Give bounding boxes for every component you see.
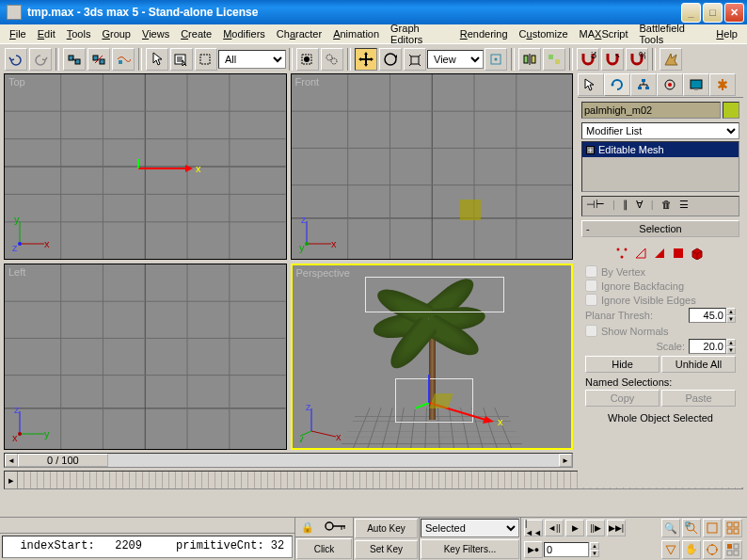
- maximize-button[interactable]: □: [703, 3, 723, 23]
- menu-modifiers[interactable]: Modifiers: [217, 26, 271, 41]
- zoom-extents-all-icon[interactable]: [723, 519, 742, 537]
- menu-help[interactable]: Help: [710, 26, 743, 41]
- mirror-button[interactable]: [518, 48, 541, 71]
- menu-customize[interactable]: Customize: [514, 26, 574, 41]
- spinner-down-icon[interactable]: ▼: [590, 550, 599, 557]
- create-tab[interactable]: [578, 73, 604, 96]
- make-unique-icon[interactable]: ∀: [636, 199, 644, 214]
- render-button[interactable]: [660, 48, 682, 71]
- paste-button[interactable]: Paste: [661, 390, 736, 407]
- trackbar-toggle-icon[interactable]: ▸: [5, 472, 18, 488]
- spinner-up-icon[interactable]: ▲: [726, 339, 736, 346]
- bind-spacewarp-button[interactable]: [112, 48, 135, 71]
- play-button[interactable]: ▶: [565, 520, 584, 536]
- viewport-top[interactable]: Top x xyz: [4, 73, 287, 260]
- menu-group[interactable]: Group: [96, 26, 136, 41]
- autokey-button[interactable]: Auto Key: [355, 519, 418, 538]
- menu-edit[interactable]: Edit: [32, 26, 61, 41]
- align-button[interactable]: [543, 48, 565, 71]
- expand-icon[interactable]: +: [586, 146, 595, 154]
- zoom-extents-icon[interactable]: [703, 519, 722, 537]
- scale-button[interactable]: [404, 48, 426, 71]
- key-filter-dropdown[interactable]: Selected: [421, 519, 519, 537]
- undo-button[interactable]: [5, 48, 27, 71]
- vertex-subobj-icon[interactable]: [615, 247, 628, 260]
- goto-end-button[interactable]: ▶▶|: [607, 520, 626, 536]
- by-vertex-checkbox[interactable]: [585, 265, 597, 278]
- menu-animation[interactable]: Animation: [327, 26, 385, 41]
- select-button[interactable]: [146, 48, 168, 71]
- pivot-center-button[interactable]: [485, 48, 507, 71]
- motion-tab[interactable]: [657, 73, 683, 96]
- ignore-backfacing-checkbox[interactable]: [585, 280, 597, 292]
- time-slider-thumb[interactable]: 0 / 100: [18, 454, 108, 467]
- unhide-all-button[interactable]: Unhide All: [661, 356, 736, 373]
- percent-snap-button[interactable]: %: [626, 48, 648, 71]
- spinner-down-icon[interactable]: ▼: [726, 315, 736, 323]
- setkey-button[interactable]: Set Key: [355, 540, 418, 560]
- spinner-up-icon[interactable]: ▲: [726, 308, 736, 315]
- angle-snap-button[interactable]: [601, 48, 624, 71]
- menu-grapheditors[interactable]: Graph Editors: [385, 21, 454, 47]
- remove-modifier-icon[interactable]: 🗑: [661, 199, 672, 214]
- zoom-icon[interactable]: 🔍: [661, 519, 680, 537]
- object-color-swatch[interactable]: [723, 102, 739, 119]
- prev-frame-button[interactable]: ◄||: [545, 520, 564, 536]
- selection-filter-dropdown[interactable]: All: [218, 50, 286, 69]
- fov-icon[interactable]: [661, 540, 680, 559]
- planar-thresh-field[interactable]: [689, 308, 726, 323]
- viewport-front[interactable]: Front xzy: [291, 73, 574, 260]
- menu-create[interactable]: Create: [175, 26, 217, 41]
- modify-tab[interactable]: [604, 73, 630, 96]
- rollout-selection-header[interactable]: - Selection: [581, 220, 739, 237]
- ignore-visible-edges-checkbox[interactable]: [585, 294, 597, 306]
- face-subobj-icon[interactable]: [653, 247, 666, 260]
- select-region-button[interactable]: [195, 48, 217, 71]
- minimize-button[interactable]: _: [681, 3, 701, 23]
- key-icon[interactable]: [325, 520, 347, 535]
- time-slider[interactable]: ◄ 0 / 100 ►: [4, 453, 573, 468]
- current-frame-field[interactable]: [544, 542, 589, 557]
- select-by-name-button[interactable]: [170, 48, 193, 71]
- close-button[interactable]: ✕: [724, 3, 744, 23]
- key-mode-toggle[interactable]: ▶●: [524, 541, 543, 558]
- stack-item-editable-mesh[interactable]: + Editable Mesh: [582, 142, 739, 157]
- scroll-left-icon[interactable]: ◄: [5, 454, 18, 467]
- show-end-result-icon[interactable]: ∥: [623, 199, 628, 214]
- crossing-toggle-button[interactable]: [296, 48, 319, 71]
- hide-button[interactable]: Hide: [585, 356, 660, 373]
- menu-rendering[interactable]: Rendering: [454, 26, 514, 41]
- unlink-button[interactable]: [87, 48, 110, 71]
- lock-icon[interactable]: 🔒: [301, 521, 314, 534]
- arc-rotate-icon[interactable]: [703, 540, 722, 559]
- scale-field[interactable]: [689, 339, 726, 354]
- maximize-viewport-icon[interactable]: [723, 540, 742, 559]
- ref-coord-dropdown[interactable]: View: [427, 50, 484, 69]
- viewport-perspective[interactable]: Perspective x xyz: [291, 264, 574, 450]
- spinner-down-icon[interactable]: ▼: [726, 346, 736, 354]
- configure-sets-icon[interactable]: ☰: [679, 199, 689, 214]
- scroll-right-icon[interactable]: ►: [559, 454, 572, 467]
- redo-button[interactable]: [29, 48, 52, 71]
- pan-icon[interactable]: ✋: [682, 540, 701, 559]
- copy-button[interactable]: Copy: [585, 390, 660, 407]
- edge-subobj-icon[interactable]: [634, 247, 647, 260]
- show-normals-checkbox[interactable]: [585, 325, 597, 337]
- keyfilters-button[interactable]: Key Filters...: [421, 539, 519, 560]
- rotate-button[interactable]: [379, 48, 402, 71]
- hierarchy-tab[interactable]: [630, 73, 657, 96]
- menu-tools[interactable]: Tools: [61, 26, 97, 41]
- utilities-tab[interactable]: [709, 73, 736, 96]
- menu-character[interactable]: Character: [271, 26, 327, 41]
- polygon-subobj-icon[interactable]: [672, 247, 685, 260]
- next-frame-button[interactable]: ||▶: [586, 520, 605, 536]
- paint-selection-button[interactable]: [321, 48, 343, 71]
- menu-file[interactable]: File: [4, 26, 32, 41]
- menu-maxscript[interactable]: MAXScript: [574, 26, 634, 41]
- spinner-up-icon[interactable]: ▲: [590, 542, 599, 550]
- snap-toggle-button[interactable]: 3: [577, 48, 599, 71]
- viewport-left[interactable]: Left yzx: [4, 264, 287, 450]
- menu-battlefield[interactable]: Battlefield Tools: [634, 21, 711, 47]
- zoom-all-icon[interactable]: [682, 519, 701, 537]
- pin-stack-icon[interactable]: ⊣⊢: [586, 199, 605, 214]
